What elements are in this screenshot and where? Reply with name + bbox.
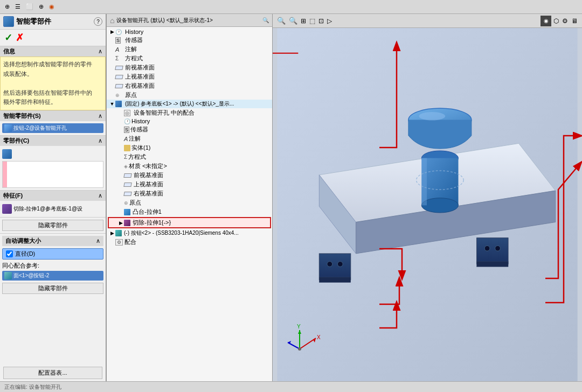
help-icon[interactable]: ? [94,17,102,26]
toolbar-icon-3[interactable]: ⬜ [24,2,35,12]
tree-icon-solid1 [124,145,130,151]
tree-item-history2[interactable]: 🕐 History [107,117,272,125]
smart-parts-chevron: ∧ [98,113,102,120]
vp-icon-right3[interactable]: ⚙ [561,16,569,26]
tree-icon-mating: ◎ [124,110,133,116]
svg-point-17 [419,112,445,121]
smart-part-item-label: 按钮-2@设备智能开孔 [13,124,67,132]
tree-item-rightplane2[interactable]: 右视基准面 [107,189,272,198]
tree-icon-mating1: ⚙ [115,239,123,246]
tree-icon-topplane1 [115,75,124,79]
toolbar-icon-2[interactable]: ☰ [13,2,22,12]
feature-icon [2,204,12,214]
refplate-arrow: ▼ [109,101,115,107]
feature-icon-row: 切除-拉伸1@参考底板-1@设 [2,203,103,215]
info-section: 信息 ∧ 选择您想制作成智能零部件的零件 或装配体。 然后选择要包括在智能零部件… [0,46,106,111]
cancel-button[interactable]: ✗ [16,32,24,44]
info-content: 选择您想制作成智能零部件的零件 或装配体。 然后选择要包括在智能零部件中的 额外… [0,57,106,110]
tree-item-label: History [125,29,143,35]
toolbar-icon-5[interactable]: ◉ [47,2,56,12]
tree-item-frontplane2[interactable]: 前视基准面 [107,171,272,180]
tree-search-icon[interactable]: 🔍 [262,17,269,23]
tree-item-boss[interactable]: 凸台-拉伸1 [107,207,272,216]
vp-icon-2[interactable]: 🔍 [288,16,299,26]
tree-item[interactable]: A 注解 [107,45,272,54]
smart-parts-header[interactable]: 智能零部件(S) ∧ [0,111,106,121]
confirm-button[interactable]: ✓ [4,32,12,44]
tree-item-topplane2[interactable]: 上视基准面 [107,180,272,189]
tree-item-label-boss1: 凸台-拉伸1 [133,208,162,216]
tree-icon-tp2 [123,183,131,187]
vp-icon-right2[interactable]: ⬡ [552,16,560,26]
vp-icon-4[interactable]: ⬚ [308,16,316,26]
tree-item-label-tp2: 上视基准面 [134,180,163,188]
smart-parts-section: 智能零部件(S) ∧ 按钮-2@设备智能开孔 [0,111,106,136]
status-text: 正在编辑: 设备智能开孔 [4,383,61,391]
parts-header[interactable]: 零部件(C) ∧ [0,136,106,146]
parts-section: 零部件(C) ∧ [0,136,106,191]
tree-item[interactable]: 前视基准面 [107,63,272,72]
tree-item[interactable]: ⊕ 原点 [107,90,272,100]
smart-part-item[interactable]: 按钮-2@设备智能开孔 [2,123,103,133]
tree-item-label-anno2: 注解 [129,135,141,143]
svg-point-14 [421,198,458,213]
tree-item[interactable]: 右视基准面 [107,81,272,90]
vp-icon-1[interactable]: 🔍 [276,16,287,26]
feature-item-label: 切除-拉伸1@参考底板-1@设 [13,205,82,213]
tree-item-smarthole-mating[interactable]: ◎ 设备智能开孔 中的配合 [107,108,272,117]
tree-item-mating1[interactable]: ⚙ 配合 [107,237,272,247]
tree-title: 设备智能开孔 (默认) <默认_显示状态-1> [116,17,260,24]
tree-item-origin2[interactable]: ⊕ 原点 [107,198,272,207]
toolbar-icon-4[interactable]: ⊕ [37,2,45,12]
tree-item-equation2[interactable]: Σ 方程式 [107,152,272,162]
vp-icon-right1[interactable]: ◉ [541,16,551,26]
tree-item-cutextrude[interactable]: ▶ 切除-拉伸1{->} [108,217,271,228]
tree-icon-origin2: ⊕ [124,200,128,206]
tree-item-label-solid1: 实体(1) [131,144,150,152]
config-button[interactable]: 配置器表... [3,367,102,379]
tree-icon-sensor2: S [124,127,129,133]
tree-item[interactable]: ▶ 🕐 History [107,28,272,36]
tree-icon-hist2: 🕐 [124,118,130,124]
ref-item[interactable]: 面<1>@按钮-2 [2,271,103,281]
info-section-header[interactable]: 信息 ∧ [0,46,106,57]
tree-item-annotation2[interactable]: A 注解 [107,134,272,143]
tree-item-icon-history1: 🕐 [115,29,124,35]
ref-item-icon [4,272,12,279]
tree-item-material1[interactable]: ◈ 材质 <未指定> [107,162,272,171]
auto-resize-header[interactable]: 自动调整大小 ∧ [2,236,103,246]
vp-icon-right4[interactable]: 🖥 [570,16,579,26]
tree-item-label-hist2: History [131,118,150,124]
toolbar-icon-1[interactable]: ⊕ [3,2,11,12]
tree-item-label-origin2: 原点 [129,199,141,207]
parts-content [0,146,106,190]
tree-item-refplate[interactable]: ▼ (固定) 参考底板<1> -> (默认) <<默认>_显示... [107,100,272,108]
tree-item-label-mating1: 配合 [124,238,136,246]
tree-item[interactable]: 上视基准面 [107,72,272,81]
tree-item-sensor2[interactable]: S 传感器 [107,125,272,134]
tree-icon-cut1 [124,220,130,226]
embed-parts-button[interactable]: 隐藏零部件 [2,283,103,294]
tree-item[interactable]: Σ 方程式 [107,54,272,63]
tree-item[interactable]: S 传感器 [107,36,272,45]
panel-header: 智能零部件 ? [0,14,106,30]
features-header[interactable]: 特征(F) ∧ [0,191,106,201]
vp-icon-3[interactable]: ⊞ [300,16,307,26]
svg-point-9 [337,262,343,267]
diameter-label: 直径(D) [15,250,35,258]
action-buttons: ✓ ✗ [0,30,106,46]
tree-icon-material1: ◈ [124,164,128,169]
tree-icon-refplate [115,101,124,107]
vp-icon-5[interactable]: ⊡ [317,16,325,26]
diameter-row[interactable]: 直径(D) [2,248,103,260]
tree-item-label-smh: 设备智能开孔 中的配合 [134,109,195,117]
vp-icon-6[interactable]: ▷ [326,16,333,26]
top-toolbar: ⊕ ☰ ⬜ ⊕ ◉ [0,0,582,14]
parts-drop-area[interactable] [2,161,103,188]
tree-item-button2[interactable]: ▶ (-) 按钮<2> - (SSB3203-1HA20|Siemens 40x… [107,229,272,237]
smart-parts-label: 智能零部件(S) [3,112,41,120]
tree-item-solid1[interactable]: 实体(1) [107,143,272,152]
hide-parts-button[interactable]: 隐藏零部件 [2,220,103,231]
tree-item-label-sensor1: 传感器 [125,36,143,44]
diameter-checkbox[interactable] [6,250,13,257]
